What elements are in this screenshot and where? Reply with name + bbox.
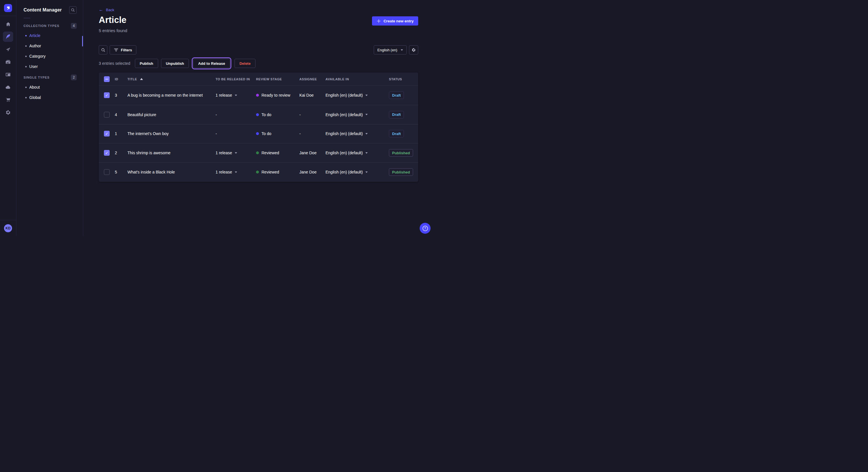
cell-locale[interactable]: English (en) (default) [326, 131, 389, 136]
row-checkbox[interactable] [104, 112, 110, 117]
stage-dot-icon [256, 94, 259, 97]
sidebar-item-category[interactable]: Category [17, 51, 83, 61]
unpublish-button[interactable]: Unpublish [161, 59, 189, 68]
column-header-status: STATUS [389, 77, 418, 81]
cell-status: Published [389, 168, 418, 176]
cell-review-stage: Ready to review [256, 93, 299, 98]
row-checkbox[interactable]: ✓ [104, 150, 110, 156]
releases-send-icon[interactable] [3, 44, 13, 55]
content-manager-feather-icon[interactable] [3, 32, 13, 42]
back-link[interactable]: ← Back [99, 7, 114, 12]
column-header-assignee: ASSIGNEE [299, 77, 326, 81]
deploy-cloud-icon[interactable] [3, 82, 13, 92]
cell-assignee: - [299, 112, 326, 117]
sidebar-item-global[interactable]: Global [17, 92, 83, 103]
cell-release[interactable]: 1 release [216, 170, 256, 174]
cell-title: This shrimp is awesome [127, 150, 216, 155]
bullet-icon [25, 87, 27, 88]
chevron-down-icon [401, 49, 403, 51]
status-badge: Draft [389, 130, 404, 137]
list-toolbar: Filters English (en) [99, 45, 418, 55]
home-icon[interactable] [3, 19, 13, 29]
table-row[interactable]: 4 Beautiful picture - To do - English (e… [99, 105, 418, 124]
chevron-down-icon [235, 95, 237, 96]
table-search-button[interactable] [99, 45, 107, 55]
plus-icon [377, 19, 381, 23]
cell-release[interactable]: 1 release [216, 150, 256, 155]
cell-title: The internet's Own boy [127, 131, 216, 136]
cell-review-stage: To do [256, 131, 299, 136]
active-nav-indicator [82, 36, 83, 46]
gear-icon [411, 47, 416, 52]
strapi-logo[interactable] [4, 4, 12, 12]
bullet-icon [25, 56, 27, 57]
settings-gear-icon[interactable] [3, 107, 13, 117]
cell-locale[interactable]: English (en) (default) [326, 150, 389, 155]
cell-review-stage: Reviewed [256, 150, 299, 155]
chevron-down-icon [365, 133, 368, 134]
column-header-title[interactable]: TITLE [127, 77, 216, 81]
row-checkbox[interactable]: ✓ [104, 131, 110, 136]
selected-count-text: 3 entries selected [99, 61, 130, 66]
search-icon [71, 8, 75, 12]
select-all-checkbox[interactable] [104, 76, 110, 82]
sidebar-item-user[interactable]: User [17, 61, 83, 72]
cell-release[interactable]: 1 release [216, 93, 256, 98]
cell-status: Draft [389, 92, 418, 99]
cell-locale[interactable]: English (en) (default) [326, 93, 389, 98]
sidebar-title: Content Manager [24, 7, 62, 12]
cell-status: Draft [389, 111, 418, 119]
column-header-review-stage: REVIEW STAGE [256, 77, 299, 81]
strapi-logo-icon [6, 6, 10, 10]
selection-actions-bar: 3 entries selected Publish Unpublish Add… [99, 59, 258, 68]
sidebar-item-author[interactable]: Author [17, 41, 83, 51]
filter-icon [114, 48, 118, 52]
chevron-down-icon [365, 171, 368, 173]
cell-release[interactable]: - [216, 131, 256, 136]
help-button[interactable]: ? [420, 223, 431, 234]
single-types-list: About Global [17, 82, 83, 103]
locale-select[interactable]: English (en) [374, 45, 407, 55]
content-manager-sidebar: Content Manager COLLECTION TYPES 4 Artic… [17, 0, 83, 236]
table-row[interactable]: ✓ 1 The internet's Own boy - To do - Eng… [99, 124, 418, 143]
filters-button[interactable]: Filters [110, 45, 136, 55]
chevron-down-icon [365, 95, 368, 96]
create-new-entry-button[interactable]: Create new entry [372, 16, 418, 26]
bullet-icon [25, 35, 27, 36]
sidebar-item-article[interactable]: Article [17, 30, 83, 41]
content-type-builder-icon[interactable] [3, 69, 13, 80]
row-checkbox[interactable] [104, 169, 110, 175]
column-header-id[interactable]: ID [115, 77, 127, 81]
main-content: ← Back Article 5 entries found Create ne… [83, 0, 434, 236]
sidebar-divider [24, 18, 30, 19]
bullet-icon [25, 45, 27, 47]
delete-button[interactable]: Delete [235, 59, 255, 68]
cell-id: 3 [115, 93, 127, 98]
status-badge: Draft [389, 92, 404, 99]
media-library-icon[interactable] [3, 57, 13, 67]
marketplace-cart-icon[interactable] [3, 95, 13, 105]
bullet-icon [25, 97, 27, 98]
question-mark-icon: ? [423, 226, 428, 231]
entries-table: ID TITLE TO BE RELEASED IN REVIEW STAGE … [99, 72, 418, 182]
table-row[interactable]: ✓ 2 This shrimp is awesome 1 release Rev… [99, 143, 418, 162]
publish-button[interactable]: Publish [135, 59, 158, 68]
table-header-row: ID TITLE TO BE RELEASED IN REVIEW STAGE … [99, 72, 418, 86]
back-arrow-icon: ← [99, 7, 103, 12]
bullet-icon [25, 66, 27, 67]
column-header-to-be-released-in: TO BE RELEASED IN [216, 77, 256, 81]
row-checkbox[interactable]: ✓ [104, 92, 110, 98]
add-to-release-button[interactable]: Add to Release [193, 59, 230, 68]
status-badge: Published [389, 168, 413, 176]
cell-release[interactable]: - [216, 112, 256, 117]
sidebar-item-about[interactable]: About [17, 82, 83, 92]
user-avatar[interactable]: KD [4, 224, 12, 232]
cell-assignee: Jane Doe [299, 170, 326, 174]
cell-locale[interactable]: English (en) (default) [326, 112, 389, 117]
sidebar-search-button[interactable] [69, 6, 76, 14]
table-row[interactable]: ✓ 3 A bug is becoming a meme on the inte… [99, 86, 418, 105]
table-row[interactable]: 5 What's inside a Black Hole 1 release R… [99, 162, 418, 181]
view-settings-button[interactable] [409, 45, 418, 55]
cell-locale[interactable]: English (en) (default) [326, 170, 389, 174]
column-header-available-in: AVAILABLE IN [326, 77, 389, 81]
